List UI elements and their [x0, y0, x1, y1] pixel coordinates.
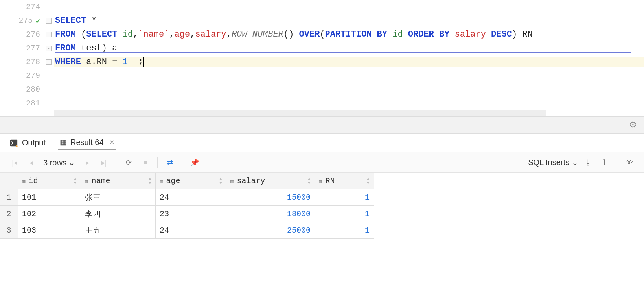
next-page-button[interactable]: ▸	[81, 156, 94, 169]
code-text[interactable]: FROM (SELECT id,`name`,age,salary,ROW_NU…	[54, 29, 644, 39]
column-label: RN	[325, 176, 335, 185]
fold-gutter[interactable]: -	[43, 32, 54, 37]
column-header[interactable]: ▦ RN▲▼	[315, 173, 374, 189]
column-header[interactable]: ▦ age▲▼	[156, 173, 226, 189]
separator	[617, 157, 617, 168]
tab-output-label: Output	[22, 138, 46, 147]
code-text[interactable]: FROM test) a	[54, 43, 644, 53]
tab-result-label: Result 64	[70, 138, 104, 147]
code-text[interactable]: WHERE a.RN = 1 ;	[54, 57, 644, 67]
text-caret	[143, 57, 144, 67]
fold-toggle-icon[interactable]: -	[46, 18, 52, 24]
table-cell[interactable]: 103	[18, 222, 81, 239]
column-icon: ▦	[22, 178, 25, 184]
sort-icon[interactable]: ▲▼	[219, 177, 222, 185]
fold-gutter[interactable]: -	[43, 18, 54, 24]
close-icon[interactable]: ✕	[109, 139, 114, 146]
code-line[interactable]: 278-WHERE a.RN = 1 ;	[0, 55, 644, 69]
row-number[interactable]: 1	[0, 189, 18, 206]
result-table[interactable]: ▦ id▲▼▦ name▲▼▦ age▲▼▦ salary▲▼▦ RN▲▼110…	[0, 173, 644, 239]
row-number[interactable]: 2	[0, 206, 18, 222]
code-line[interactable]: 277-FROM test) a	[0, 41, 644, 55]
chevron-down-icon: ⌄	[572, 158, 578, 167]
upload-button[interactable]: ⭱	[598, 156, 611, 169]
line-number: 274	[0, 2, 43, 11]
table-cell[interactable]: 1	[315, 189, 374, 206]
view-button[interactable]: 👁	[623, 156, 636, 169]
refresh-button[interactable]: ⟳	[122, 156, 135, 169]
table-cell[interactable]: 李四	[81, 206, 156, 222]
result-toolbar: |◂ ◂ 3 rows ⌄ ▸ ▸| ⟳ ■ ⇄ 📌 SQL Inserts ⌄…	[0, 152, 644, 173]
fold-gutter[interactable]: -	[43, 59, 54, 65]
fold-toggle-icon[interactable]: -	[46, 59, 52, 65]
fold-toggle-icon[interactable]: -	[46, 32, 52, 37]
table-cell[interactable]: 23	[156, 206, 226, 222]
table-cell[interactable]: 15000	[226, 189, 315, 206]
column-icon: ▦	[160, 178, 163, 184]
code-line[interactable]: 281	[0, 96, 644, 110]
column-label: name	[91, 176, 110, 185]
column-header[interactable]: ▦ id▲▼	[18, 173, 81, 189]
fold-toggle-icon[interactable]: -	[46, 46, 52, 51]
chevron-down-icon: ⌄	[68, 158, 75, 167]
column-label: id	[28, 176, 38, 185]
code-line[interactable]: 274	[0, 0, 644, 14]
table-cell[interactable]: 王五	[81, 222, 156, 239]
code-line[interactable]: 279	[0, 69, 644, 83]
line-number: 278	[0, 57, 43, 66]
line-number: 281	[0, 99, 43, 108]
export-format-dropdown[interactable]: SQL Inserts ⌄	[528, 158, 578, 167]
table-cell[interactable]: 张三	[81, 189, 156, 206]
table-cell[interactable]: 24	[156, 222, 226, 239]
stop-button[interactable]: ■	[138, 156, 152, 169]
sort-icon[interactable]: ▲▼	[74, 177, 77, 185]
line-number: 280	[0, 85, 43, 94]
column-icon: ▦	[230, 178, 234, 184]
tab-result[interactable]: ▦ Result 64 ✕	[58, 136, 116, 150]
separator	[116, 157, 116, 168]
sort-icon[interactable]: ▲▼	[308, 177, 311, 185]
sql-editor[interactable]: 274275✔-SELECT *276-FROM (SELECT id,`nam…	[0, 0, 644, 116]
last-page-button[interactable]: ▸|	[97, 156, 110, 169]
column-header[interactable]: ▦ salary▲▼	[226, 173, 315, 189]
table-cell[interactable]: 1	[315, 222, 374, 239]
table-cell[interactable]: 24	[156, 189, 226, 206]
result-tabs: Output ▦ Result 64 ✕	[0, 134, 644, 152]
column-label: age	[166, 176, 180, 185]
line-number: 275✔	[0, 16, 43, 25]
horizontal-scrollbar[interactable]	[54, 110, 546, 116]
row-number[interactable]: 3	[0, 222, 18, 239]
separator	[157, 157, 158, 168]
code-line[interactable]: 280	[0, 83, 644, 96]
download-button[interactable]: ⭳	[581, 156, 595, 169]
table-cell[interactable]: 25000	[226, 222, 315, 239]
code-text[interactable]: SELECT *	[54, 16, 644, 26]
table-cell[interactable]: 101	[18, 189, 81, 206]
grid-icon: ▦	[60, 138, 66, 147]
column-icon: ▦	[319, 178, 322, 184]
table-cell[interactable]: 1	[315, 206, 374, 222]
pin-button[interactable]: 📌	[188, 156, 201, 169]
table-cell[interactable]: 102	[18, 206, 81, 222]
prev-page-button[interactable]: ◂	[24, 156, 38, 169]
line-number: 279	[0, 71, 43, 80]
fold-gutter[interactable]: -	[43, 46, 54, 51]
column-icon: ▦	[85, 178, 88, 184]
column-header[interactable]: ▦ name▲▼	[81, 173, 156, 189]
terminal-icon	[9, 139, 18, 147]
table-cell[interactable]: 18000	[226, 206, 315, 222]
line-number: 277	[0, 44, 43, 53]
corner-cell	[0, 173, 18, 189]
tab-output[interactable]: Output	[8, 136, 47, 150]
sort-icon[interactable]: ▲▼	[367, 177, 370, 185]
first-page-button[interactable]: |◂	[8, 156, 21, 169]
line-number: 276	[0, 30, 43, 39]
row-count-label[interactable]: 3 rows ⌄	[41, 158, 77, 167]
gear-icon[interactable]: ⚙	[629, 120, 637, 130]
code-line[interactable]: 276-FROM (SELECT id,`name`,age,salary,RO…	[0, 28, 644, 41]
sort-icon[interactable]: ▲▼	[149, 177, 151, 185]
code-line[interactable]: 275✔-SELECT *	[0, 14, 644, 28]
separator	[182, 157, 182, 168]
checkmark-icon: ✔	[36, 17, 40, 25]
transpose-button[interactable]: ⇄	[163, 156, 177, 169]
